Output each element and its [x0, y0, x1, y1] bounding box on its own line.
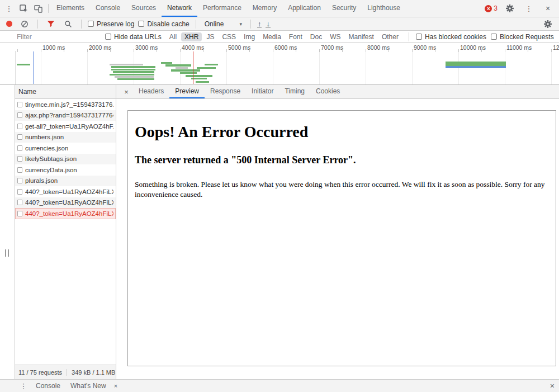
timeline-tick: [551, 49, 552, 52]
close-drawer-icon[interactable]: ×: [550, 381, 555, 390]
timeline-tick: [366, 49, 366, 52]
tab-memory[interactable]: Memory: [247, 0, 282, 17]
detail-tab-headers[interactable]: Headers: [133, 85, 169, 98]
disable-cache-checkbox[interactable]: Disable cache: [138, 20, 189, 28]
detail-tab-cookies[interactable]: Cookies: [310, 85, 345, 98]
tab-network[interactable]: Network: [162, 0, 197, 17]
filter-pills: AllXHRJSCSSImgMediaFontDocWSManifestOthe…: [166, 32, 402, 41]
record-network-log-icon[interactable]: [6, 21, 12, 27]
drawer-tab-whats-new[interactable]: What's New: [66, 382, 111, 390]
detail-tab-timing[interactable]: Timing: [279, 85, 310, 98]
timeline-tick: [17, 49, 18, 52]
timeline-tick: [203, 49, 203, 52]
close-whats-new-icon[interactable]: ×: [112, 382, 120, 389]
request-name: ajax.php?rand=1594373177764: [25, 112, 113, 119]
request-row[interactable]: currencyData.json: [15, 164, 116, 176]
overview-left-axis: [16, 51, 16, 84]
filter-pill-font[interactable]: Font: [286, 32, 306, 41]
detail-tab-response[interactable]: Response: [205, 85, 246, 98]
load-event-line: [193, 51, 193, 84]
tab-performance[interactable]: Performance: [197, 0, 247, 17]
file-icon: [17, 134, 22, 140]
filter-pill-ws[interactable]: WS: [326, 32, 344, 41]
preserve-log-checkbox[interactable]: Preserve log: [88, 20, 134, 28]
tab-elements[interactable]: Elements: [51, 0, 90, 17]
settings-gear-icon[interactable]: [503, 0, 517, 17]
drawer-menu-icon[interactable]: ⋮: [17, 380, 30, 392]
filter-pill-doc[interactable]: Doc: [307, 32, 325, 41]
waterfall-bar: [113, 71, 154, 73]
tab-application[interactable]: Application: [282, 0, 326, 17]
blocked-requests-checkbox[interactable]: Blocked Requests: [491, 33, 554, 41]
divider: [48, 4, 49, 13]
filter-pill-xhr[interactable]: XHR: [181, 32, 202, 41]
timeline-gridline: [458, 52, 459, 84]
network-settings-gear-icon[interactable]: [541, 17, 555, 30]
filter-funnel-icon[interactable]: [44, 17, 58, 30]
request-row[interactable]: currencies.json: [15, 143, 116, 154]
more-options-icon[interactable]: ⋮: [522, 0, 536, 17]
request-table: Name tinymce.min.js?_=1594373176...ajax.…: [15, 85, 116, 379]
close-detail-icon[interactable]: ×: [120, 85, 133, 98]
page-gutter: [0, 85, 15, 379]
error-badge[interactable]: × 3: [485, 4, 498, 12]
filter-input[interactable]: [17, 33, 101, 41]
request-row[interactable]: 440?_token=Ua1RyAOZ4hFiLX...: [15, 197, 116, 209]
filter-pill-other[interactable]: Other: [378, 32, 402, 41]
close-devtools-icon[interactable]: ×: [541, 0, 555, 17]
tab-console[interactable]: Console: [90, 0, 126, 17]
devtools-tabs: ElementsConsoleSourcesNetworkPerformance…: [51, 0, 406, 17]
timeline-tick: [110, 49, 111, 52]
filter-pill-js[interactable]: JS: [203, 32, 217, 41]
dock-resize-handle[interactable]: [5, 249, 9, 257]
column-header-name[interactable]: Name: [15, 85, 116, 99]
timeline-tick: [319, 49, 320, 52]
preview-pane: Oops! An Error Occurred The server retur…: [116, 99, 559, 379]
detail-tab-initiator[interactable]: Initiator: [246, 85, 279, 98]
checkbox-icon: [138, 21, 144, 27]
tab-lighthouse[interactable]: Lighthouse: [362, 0, 406, 17]
search-icon[interactable]: [61, 17, 75, 30]
waterfall-bar: [446, 62, 506, 66]
waterfall-bar: [186, 75, 212, 77]
timeline-tick-label: 8000 ms: [367, 44, 390, 51]
dcl-event-line: [34, 51, 34, 84]
detail-tab-preview[interactable]: Preview: [169, 85, 205, 98]
tab-security[interactable]: Security: [326, 0, 362, 17]
timeline-tick: [273, 49, 273, 52]
request-name: likelySubtags.json: [25, 155, 77, 162]
main-menu-icon[interactable]: ⋮: [2, 0, 16, 17]
request-name: 440?_token=Ua1RyAOZ4hFiLX...: [25, 210, 113, 217]
filter-pill-img[interactable]: Img: [240, 32, 258, 41]
waterfall-bar: [111, 66, 155, 68]
import-har-icon[interactable]: ↑: [257, 21, 262, 27]
export-har-icon[interactable]: ↓: [266, 21, 271, 27]
timeline-gridline: [319, 52, 320, 84]
filter-pill-all[interactable]: All: [166, 32, 180, 41]
request-row[interactable]: 440?_token=Ua1RyAOZ4hFiLX...: [15, 208, 116, 219]
timeline-tick-label: 5000 ms: [228, 44, 250, 51]
waterfall-bar: [165, 64, 191, 67]
request-row[interactable]: ajax.php?rand=1594373177764: [15, 110, 116, 121]
filter-pill-css[interactable]: CSS: [219, 32, 239, 41]
request-row[interactable]: 440?_token=Ua1RyAOZ4hFiLX...: [15, 186, 116, 197]
waterfall-bar: [446, 66, 506, 68]
clear-network-log-icon[interactable]: [18, 17, 31, 30]
request-row[interactable]: plurals.json: [15, 176, 116, 187]
throttling-dropdown[interactable]: Online ▾: [202, 20, 244, 28]
waterfall-bar: [171, 69, 200, 72]
filter-pill-media[interactable]: Media: [259, 32, 285, 41]
request-row[interactable]: numbers.json: [15, 132, 116, 143]
request-row[interactable]: get-all?_token=Ua1RyAOZ4hF...: [15, 121, 116, 132]
summary-transferred: 349 kB / 1.1 MB: [67, 369, 115, 376]
has-blocked-cookies-checkbox[interactable]: Has blocked cookies: [416, 33, 486, 41]
hide-data-urls-checkbox[interactable]: Hide data URLs: [105, 33, 162, 41]
overview-timeline[interactable]: 1000 ms2000 ms3000 ms4000 ms5000 ms6000 …: [0, 43, 559, 85]
device-toolbar-icon[interactable]: [31, 0, 45, 17]
drawer-tab-console[interactable]: Console: [31, 382, 65, 390]
request-row[interactable]: likelySubtags.json: [15, 154, 116, 165]
filter-pill-manifest[interactable]: Manifest: [345, 32, 377, 41]
tab-sources[interactable]: Sources: [126, 0, 162, 17]
inspect-element-icon[interactable]: [17, 0, 30, 17]
request-row[interactable]: tinymce.min.js?_=1594373176...: [15, 99, 116, 110]
